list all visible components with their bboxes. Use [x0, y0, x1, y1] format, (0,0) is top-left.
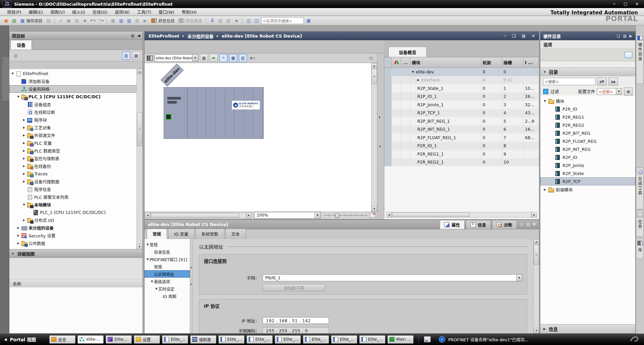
row-selector[interactable]	[384, 101, 392, 109]
copy-icon[interactable]: ▣	[65, 17, 72, 24]
inspector-tab[interactable]: 属性	[440, 220, 465, 229]
taskbar-button[interactable]: elite-...	[77, 335, 104, 344]
catalog-item[interactable]: ▼模块	[540, 97, 635, 105]
expand-arrow-icon[interactable]: ▶	[22, 118, 26, 121]
expand-arrow-icon[interactable]: ▶	[22, 134, 26, 137]
go-offline-button[interactable]: 转至离线	[177, 17, 204, 24]
tree-item[interactable]: 在线和诊断	[9, 108, 137, 116]
tile-panel-icon[interactable]: ▥	[623, 34, 626, 38]
expand-arrow-icon[interactable]: ▼	[22, 203, 26, 206]
start-cpu-icon[interactable]: ▥	[133, 17, 141, 24]
tile-inspector-icon[interactable]: ▤	[526, 222, 530, 227]
expand-arrow-icon[interactable]: ▶	[22, 180, 26, 183]
start-simulation-icon[interactable]: ▥	[217, 17, 224, 24]
split-editor-horizontal-icon[interactable]: ◫	[245, 17, 252, 24]
inspector-tab[interactable]: 信息	[466, 220, 491, 229]
row-selector[interactable]	[384, 125, 392, 134]
property-tab[interactable]: 系统常数	[196, 229, 224, 239]
open-project-icon[interactable]: ▤	[11, 17, 18, 24]
close-window-icon[interactable]: ✕	[633, 2, 641, 6]
catalog-item[interactable]: R2P_INT_REG	[540, 145, 635, 153]
property-scrollbar[interactable]: ▲ ≡ ▼	[533, 239, 539, 333]
devices-tab[interactable]: 设备	[10, 40, 32, 50]
tree-item[interactable]: ▼本地模块	[9, 201, 137, 209]
ip-address-field[interactable]: 192 . 168 . 51 . 142	[263, 317, 329, 324]
close-editor-icon[interactable]: ✕	[532, 34, 535, 38]
menu-item[interactable]: 视图(V)	[47, 8, 68, 16]
expand-arrow-icon[interactable]: ▶	[22, 172, 26, 175]
tree-item[interactable]: ▶未分组的设备	[9, 224, 137, 232]
catalog-item[interactable]: R2P_State	[540, 169, 635, 177]
device-overview-row[interactable]: R2P_FLOAT_REG_10768...	[384, 133, 539, 142]
row-selector[interactable]	[384, 68, 392, 76]
taskbar-button[interactable]: Elite_...	[331, 335, 357, 344]
property-tab[interactable]: 文本	[225, 229, 246, 239]
scroll-right-icon[interactable]: ▶	[246, 213, 252, 218]
tree-item[interactable]: ▶Security 设置	[9, 232, 137, 239]
taskbar-button[interactable]: Elite_...	[275, 335, 301, 344]
expand-arrow-icon[interactable]: ▶	[16, 234, 20, 237]
print-icon[interactable]: ▤	[45, 17, 52, 24]
breadcrumb-item[interactable]: 未分组的设备	[187, 33, 214, 39]
zoom-slider-knob[interactable]	[335, 214, 339, 218]
cut-icon[interactable]: ×	[57, 17, 64, 24]
task-card-tab-libraries[interactable]: 库	[636, 239, 644, 259]
column-header[interactable]: 插槽	[502, 57, 524, 67]
device-overview-row[interactable]: R2P_State_10110...	[384, 84, 539, 93]
expand-arrow-icon[interactable]: ▼	[543, 100, 547, 103]
property-nav-item[interactable]: ▼实时设定	[145, 285, 190, 292]
show-addresses-icon[interactable]: ▦	[229, 54, 237, 62]
column-header[interactable]: I ...	[524, 57, 539, 67]
editor-layout-icon[interactable]	[424, 336, 431, 342]
catalog-item[interactable]: P2R_IO	[540, 105, 635, 113]
breadcrumb-item[interactable]: elite-dev [Elite Robot CS Device]	[222, 34, 302, 39]
chevron-down-icon[interactable]: ∨	[12, 252, 14, 255]
stop-cpu-icon[interactable]: ▶	[142, 17, 149, 24]
filter-checkbox[interactable]: ✓	[543, 89, 548, 94]
column-view-icon[interactable]: ▥	[122, 52, 130, 60]
chevron-down-icon[interactable]: ▼	[192, 55, 198, 61]
device-overview-tab[interactable]: 设备概览	[388, 47, 427, 57]
tree-item[interactable]: ▶监控与强制表	[9, 155, 137, 162]
sort-tree-icon[interactable]: ▦	[12, 52, 20, 60]
device-overview-row[interactable]: R2P_INT_REG_10616...	[384, 125, 539, 134]
stop-simulation-icon[interactable]: ▥	[225, 17, 232, 24]
tree-item[interactable]: ▶程序块	[9, 116, 137, 124]
property-nav-item[interactable]: 以太网地址	[145, 270, 190, 278]
ethernet-port-icon[interactable]	[166, 114, 171, 120]
device-overview-row[interactable]: P2R_REG2_1010	[384, 158, 539, 167]
scroll-down-icon[interactable]: ▼	[137, 244, 142, 249]
row-selector[interactable]	[384, 117, 392, 125]
collapse-panel-icon[interactable]: ◀	[138, 34, 140, 38]
tree-item[interactable]: PLC_1 [CPU 1215FC DC/DC/DC]	[9, 209, 137, 216]
search-up-icon[interactable]: ꞁꞁ▲	[608, 77, 618, 85]
expand-arrow-icon[interactable]: ▼	[412, 70, 414, 73]
catalog-settings-icon[interactable]: ▦	[624, 88, 633, 96]
expand-arrow-icon[interactable]: ▶	[22, 165, 26, 168]
tree-item[interactable]: 程序信息	[9, 185, 137, 193]
project-tree-scrollbar[interactable]: ▲ ≡ ▼	[137, 69, 143, 249]
row-selector[interactable]	[384, 158, 392, 167]
device-canvas[interactable]: elite-dev e ELITE ROBOTS 艾利特机器人	[145, 63, 371, 212]
taskbar-button[interactable]: 总览	[49, 335, 75, 344]
device-overview-row[interactable]: R2P_IO_10226...	[384, 93, 539, 101]
property-nav-item[interactable]: ▼常规	[145, 241, 190, 248]
taskbar-button[interactable]: Elite...	[106, 335, 132, 344]
task-card-tab-tasks[interactable]: 任务	[636, 211, 644, 237]
scroll-thumb[interactable]: ≡	[534, 245, 539, 265]
float-panel-icon[interactable]: ▥	[131, 34, 134, 38]
subnet-mask-field[interactable]: 255 . 255 . 255 . 0	[263, 327, 329, 333]
minimize-window-icon[interactable]: ─	[610, 2, 619, 6]
add-subnet-button[interactable]: 添加新子网	[263, 284, 325, 291]
paste-icon[interactable]: ▤	[73, 17, 80, 24]
device-overview-row[interactable]: R2P_TCP_10443...	[384, 109, 539, 117]
chevron-down-icon[interactable]: ▼	[315, 212, 320, 218]
taskbar-button[interactable]: 设置	[134, 335, 160, 344]
float-inspector-icon[interactable]: ❏	[520, 222, 523, 227]
scroll-thumb[interactable]: ≡	[372, 69, 377, 84]
page-setup-icon[interactable]: ▧	[367, 54, 375, 62]
taskbar-button[interactable]: Elite_...	[303, 335, 329, 344]
expand-arrow-icon[interactable]: ▼	[11, 72, 14, 75]
property-nav-item[interactable]: ▼PROFINET接口 [X1]	[145, 255, 190, 263]
compile-icon[interactable]: ▦	[109, 17, 116, 24]
